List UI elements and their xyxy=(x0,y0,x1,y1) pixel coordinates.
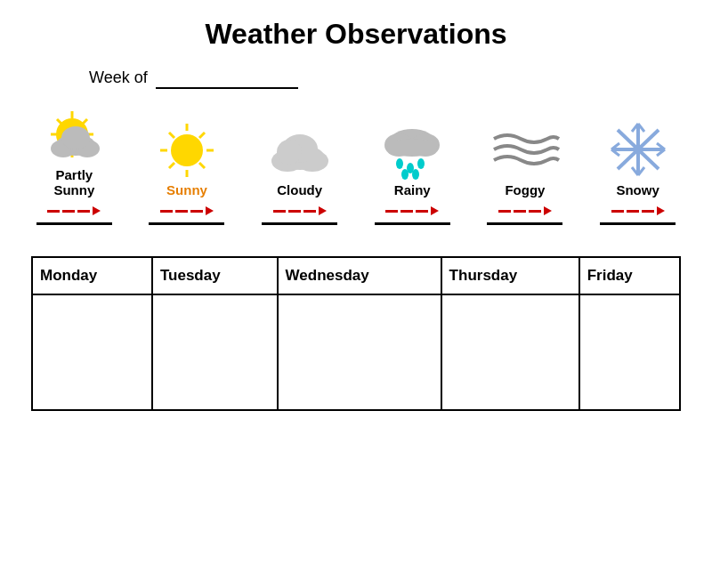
weather-item-cloudy: Cloudy xyxy=(251,118,349,197)
svg-line-21 xyxy=(199,133,205,138)
svg-point-34 xyxy=(401,169,409,180)
cell-wednesday[interactable] xyxy=(278,294,441,410)
dashed-line-3 xyxy=(251,206,349,225)
dashed-line-4 xyxy=(363,206,461,225)
weather-item-foggy: Foggy xyxy=(476,118,574,197)
week-of-label: Week of xyxy=(89,68,148,86)
cell-thursday[interactable] xyxy=(441,294,579,410)
weather-item-rainy: Rainy xyxy=(363,118,461,197)
weather-item-snowy: Snowy xyxy=(589,118,687,197)
partly-sunny-label: PartlySunny xyxy=(53,167,94,197)
week-of-underline xyxy=(156,68,298,89)
dashed-line-6 xyxy=(589,206,687,225)
dashed-line-1 xyxy=(25,206,123,225)
col-thursday: Thursday xyxy=(441,257,579,294)
col-friday: Friday xyxy=(579,257,680,294)
cell-friday[interactable] xyxy=(579,294,680,410)
svg-point-30 xyxy=(387,139,437,157)
dashed-lines-row xyxy=(18,206,694,225)
week-of-row: Week of xyxy=(89,68,298,89)
snowy-label: Snowy xyxy=(616,182,659,197)
dashed-line-5 xyxy=(476,206,574,225)
col-monday: Monday xyxy=(32,257,152,294)
svg-line-8 xyxy=(82,119,87,125)
foggy-label: Foggy xyxy=(505,182,545,197)
svg-point-13 xyxy=(171,134,203,166)
rainy-icon xyxy=(372,118,452,181)
svg-point-31 xyxy=(396,158,403,169)
svg-point-12 xyxy=(61,126,90,149)
cloudy-icon xyxy=(260,118,340,181)
page-title: Weather Observations xyxy=(205,18,506,51)
partly-sunny-icon xyxy=(34,103,114,165)
cell-monday[interactable] xyxy=(32,294,152,410)
svg-point-48 xyxy=(634,145,643,154)
table-header-row: Monday Tuesday Wednesday Thursday Friday xyxy=(32,257,680,294)
weather-item-sunny: Sunny xyxy=(138,118,236,197)
dashed-indicator xyxy=(36,206,112,222)
cloudy-label: Cloudy xyxy=(277,182,322,197)
dashed-line-2 xyxy=(138,206,236,225)
cell-tuesday[interactable] xyxy=(152,294,278,410)
col-tuesday: Tuesday xyxy=(152,257,278,294)
svg-line-18 xyxy=(169,133,174,138)
col-wednesday: Wednesday xyxy=(278,257,441,294)
rainy-label: Rainy xyxy=(394,182,431,197)
table-row xyxy=(32,294,680,410)
svg-point-35 xyxy=(412,169,419,180)
weather-item-partly-sunny: PartlySunny xyxy=(25,103,123,197)
observations-table: Monday Tuesday Wednesday Thursday Friday xyxy=(31,256,681,411)
weather-icons-row: PartlySunny Sunny xyxy=(18,103,694,197)
svg-point-33 xyxy=(417,158,425,169)
svg-line-5 xyxy=(57,119,62,125)
foggy-icon xyxy=(485,118,565,181)
snowy-icon xyxy=(598,118,678,181)
sunny-label: Sunny xyxy=(166,182,207,197)
svg-point-26 xyxy=(277,140,302,165)
svg-line-20 xyxy=(169,163,174,168)
svg-line-19 xyxy=(199,163,205,168)
sunny-icon xyxy=(147,118,227,181)
